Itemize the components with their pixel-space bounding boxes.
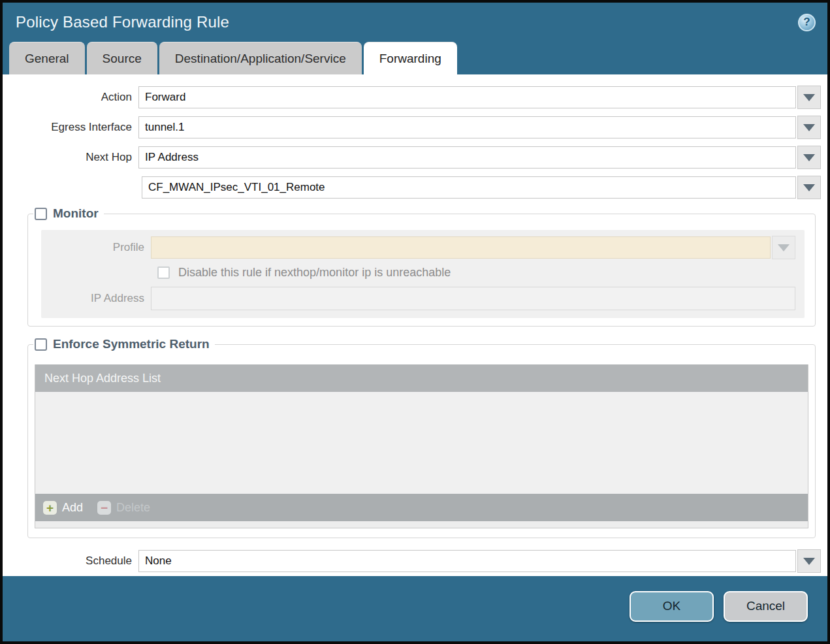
chevron-down-icon — [803, 184, 815, 191]
schedule-dropdown-button[interactable] — [797, 549, 821, 573]
delete-button-label: Delete — [116, 501, 150, 515]
next-hop-label: Next Hop — [9, 151, 138, 164]
profile-dropdown-button — [772, 236, 795, 259]
add-button[interactable]: + Add — [43, 501, 83, 515]
forwarding-tab-panel: Action Egress Interface Next Hop — [3, 74, 827, 576]
enforce-symmetric-return-legend-label: Enforce Symmetric Return — [53, 337, 210, 351]
chevron-down-icon — [803, 154, 815, 161]
schedule-label: Schedule — [9, 555, 138, 568]
tab-bar: General Source Destination/Application/S… — [3, 42, 827, 74]
disable-rule-label: Disable this rule if nexthop/monitor ip … — [178, 266, 451, 280]
profile-row: Profile — [41, 236, 795, 259]
monitor-checkbox[interactable] — [35, 208, 47, 220]
egress-interface-input[interactable] — [138, 116, 796, 138]
profile-label: Profile — [41, 241, 151, 254]
add-button-label: Add — [62, 501, 83, 515]
action-dropdown-button[interactable] — [797, 86, 821, 109]
next-hop-address-dropdown-button[interactable] — [797, 176, 821, 199]
action-input[interactable] — [138, 86, 796, 108]
enforce-symmetric-return-checkbox[interactable] — [35, 338, 47, 351]
next-hop-row: Next Hop — [9, 146, 821, 169]
tab-general[interactable]: General — [9, 42, 85, 74]
help-icon[interactable]: ? — [798, 14, 816, 31]
schedule-row: Schedule — [9, 550, 821, 572]
minus-icon: − — [97, 501, 111, 515]
next-hop-dropdown-button[interactable] — [797, 146, 821, 169]
monitor-legend: Monitor — [33, 206, 104, 221]
next-hop-address-input[interactable] — [142, 176, 796, 199]
chevron-down-icon — [803, 558, 815, 565]
monitor-group: Monitor Profile Disable this rule if nex… — [27, 206, 816, 327]
monitor-ip-address-input — [151, 287, 795, 310]
enforce-symmetric-return-legend: Enforce Symmetric Return — [33, 337, 215, 351]
chevron-down-icon — [803, 124, 815, 131]
next-hop-address-list-footer: + Add − Delete — [35, 494, 808, 521]
monitor-legend-label: Monitor — [53, 206, 99, 221]
egress-interface-row: Egress Interface — [9, 116, 821, 138]
tab-forwarding[interactable]: Forwarding — [364, 42, 457, 74]
enforce-symmetric-return-group: Enforce Symmetric Return Next Hop Addres… — [27, 337, 816, 538]
tab-source[interactable]: Source — [87, 42, 157, 74]
action-label: Action — [9, 91, 138, 104]
next-hop-address-row — [9, 176, 821, 199]
next-hop-address-list-table: Next Hop Address List + Add − Delete — [35, 364, 808, 528]
schedule-input[interactable] — [138, 550, 796, 572]
ok-button[interactable]: OK — [630, 591, 714, 622]
dialog-titlebar: Policy Based Forwarding Rule ? — [3, 3, 827, 42]
egress-interface-label: Egress Interface — [9, 121, 138, 134]
monitor-ip-address-row: IP Address — [41, 287, 795, 310]
disable-rule-checkbox — [157, 266, 170, 279]
monitor-ip-address-label: IP Address — [41, 292, 151, 305]
profile-input — [151, 236, 771, 259]
next-hop-type-input[interactable] — [138, 146, 796, 169]
dialog-footer: OK Cancel — [3, 576, 827, 641]
egress-interface-dropdown-button[interactable] — [797, 116, 821, 139]
cancel-button[interactable]: Cancel — [724, 591, 808, 622]
next-hop-address-list-header: Next Hop Address List — [35, 364, 808, 392]
chevron-down-icon — [803, 94, 815, 101]
action-row: Action — [9, 86, 821, 108]
policy-based-forwarding-dialog: Policy Based Forwarding Rule ? General S… — [3, 3, 827, 641]
table-bottom-strip — [35, 521, 808, 528]
next-hop-address-list-body[interactable] — [35, 392, 808, 494]
plus-icon: + — [43, 501, 57, 515]
monitor-panel: Profile Disable this rule if nexthop/mon… — [41, 230, 805, 318]
delete-button: − Delete — [97, 501, 150, 515]
dialog-title: Policy Based Forwarding Rule — [16, 13, 229, 31]
disable-rule-row: Disable this rule if nexthop/monitor ip … — [157, 266, 795, 280]
tab-destination-application-service[interactable]: Destination/Application/Service — [159, 42, 362, 74]
chevron-down-icon — [778, 244, 790, 251]
